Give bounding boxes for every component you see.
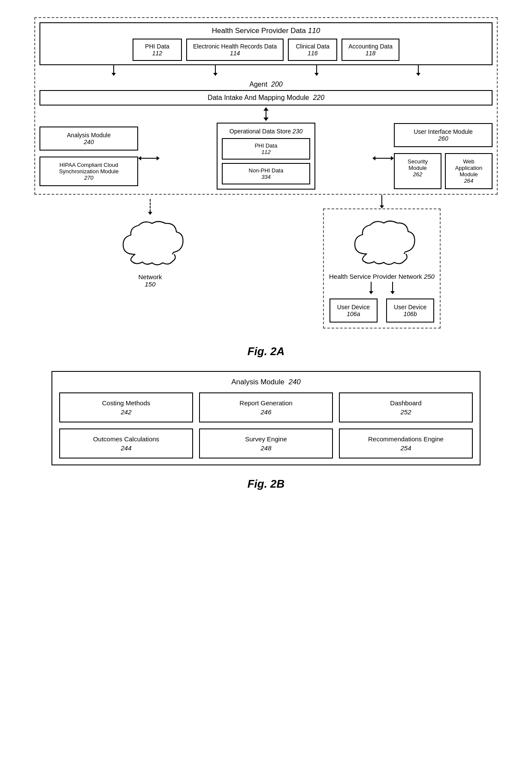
dashboard-num: 252 — [344, 408, 468, 416]
report-generation-cell: Report Generation 246 — [199, 392, 333, 422]
hipaa-label: HIPAA Compliant Cloud Synchronization Mo… — [59, 162, 119, 175]
ods-num: 230 — [293, 128, 302, 135]
arrow-head-down — [380, 205, 384, 208]
hspd-title: Health Service Provider Data 110 — [45, 27, 487, 35]
ehr-data-num: 114 — [230, 50, 240, 57]
ui-module-box: User Interface Module 260 — [394, 123, 493, 147]
device2-label: User Device — [394, 304, 426, 311]
hsp-cloud — [343, 214, 420, 270]
user-device-2: User Device 106b — [386, 299, 434, 323]
fig2b-diagram: Analysis Module 240 Costing Methods 242 … — [51, 371, 481, 465]
ods-nonphi-box: Non-PHI Data 334 — [222, 163, 310, 184]
device1-num: 106a — [347, 311, 360, 317]
left-arrowhead2 — [372, 156, 375, 160]
arrow-to-dev1 — [369, 282, 373, 294]
webapp-label: Web Application Module — [455, 158, 483, 178]
arrow-line-v — [381, 195, 382, 205]
costing-methods-cell: Costing Methods 242 — [59, 392, 193, 422]
arrow1 — [112, 65, 116, 77]
security-webapp-row: Security Module 262 Web Application Modu… — [394, 153, 493, 189]
ods-phi-label: PHI Data — [255, 142, 278, 149]
security-label: Security Module — [408, 158, 428, 171]
arrow4 — [416, 65, 420, 77]
hipaa-network-arrow — [148, 199, 152, 215]
agent-row: Agent 200 — [39, 81, 493, 88]
middle-wrapper: Analysis Module 240 HIPAA Compliant Clou… — [39, 123, 493, 190]
network-text: Network — [138, 273, 162, 280]
network-label: Network 150 — [138, 273, 162, 288]
dashed-arrow-head — [148, 212, 152, 215]
fig2a-diagram: Health Service Provider Data 110 PHI Dat… — [30, 13, 502, 333]
line-to-dev1 — [371, 282, 372, 291]
security-module-box: Security Module 262 — [394, 153, 441, 189]
center-col: Operational Data Store 230 PHI Data 112 … — [160, 123, 372, 190]
dashed-line-down — [150, 199, 151, 212]
arrow2 — [213, 65, 218, 77]
survey-engine-num: 248 — [204, 444, 328, 452]
bi-h-line — [141, 158, 157, 159]
hsp-network-num: 250 — [424, 273, 435, 280]
right-col: User Interface Module 260 Security Modul… — [394, 123, 493, 189]
analysis-module-box: Analysis Module 240 — [39, 127, 138, 151]
intake-block: Data Intake And Mapping Module 220 — [39, 90, 493, 106]
ods-items: PHI Data 112 Non-PHI Data 334 — [222, 138, 310, 184]
hsp-network-text: Health Service Provider Network — [329, 273, 422, 280]
hsp-network-label: Health Service Provider Network 250 — [329, 273, 435, 280]
fig2b-module-label: Analysis Module — [231, 378, 284, 386]
network-cloud — [112, 215, 189, 271]
ehr-data-label: Electronic Health Records Data — [193, 43, 277, 50]
line-to-dev2 — [392, 282, 393, 291]
ods-phi-num: 112 — [261, 149, 271, 155]
outcomes-calc-cell: Outcomes Calculations 244 — [59, 428, 193, 458]
accounting-data-label: Accounting Data — [348, 43, 393, 50]
arrow3 — [314, 65, 319, 77]
webapp-num: 264 — [464, 178, 474, 184]
survey-engine-label: Survey Engine — [204, 435, 328, 443]
accounting-data-box: Accounting Data 118 — [342, 39, 399, 61]
recommendations-engine-cell: Recommendations Engine 254 — [339, 428, 473, 458]
recommendations-engine-label: Recommendations Engine — [344, 435, 468, 443]
hspd-num: 110 — [308, 27, 320, 35]
outcomes-calc-num: 244 — [64, 444, 188, 452]
fig2b-title: Analysis Module 240 — [59, 378, 473, 386]
ui-label: User Interface Module — [414, 128, 473, 135]
bi-h-line2 — [375, 158, 391, 159]
intake-ods-arrows — [39, 106, 493, 122]
clinical-data-box: Clinical Data 116 — [288, 39, 337, 61]
survey-engine-cell: Survey Engine 248 — [199, 428, 333, 458]
agent-num: 200 — [271, 81, 283, 88]
analysis-label: Analysis Module — [67, 132, 111, 139]
fig2b-title-text: Fig. 2B — [248, 477, 285, 490]
ehr-data-box: Electronic Health Records Data 114 — [186, 39, 284, 61]
ods-block: Operational Data Store 230 PHI Data 112 … — [217, 123, 315, 190]
intake-num: 220 — [313, 94, 324, 101]
phi-data-label: PHI Data — [145, 43, 169, 50]
dashboard-label: Dashboard — [344, 399, 468, 407]
agent-label: Agent 200 — [249, 81, 282, 88]
hspd-arrows — [39, 65, 493, 77]
fig2a-label: Fig. 2A — [248, 345, 285, 358]
hipaa-num: 270 — [84, 175, 94, 181]
network-row: Network 150 Health Service Provider Netw… — [34, 195, 498, 329]
clinical-data-label: Clinical Data — [296, 43, 329, 50]
webapp-hsp-arrow — [380, 195, 384, 208]
ods-nonphi-label: Non-PHI Data — [249, 167, 284, 174]
clinical-data-num: 116 — [308, 50, 317, 57]
webapp-module-box: Web Application Module 264 — [445, 153, 493, 189]
top-dashed-section: Health Service Provider Data 110 PHI Dat… — [34, 17, 498, 195]
right-arrowhead2 — [391, 156, 394, 160]
recommendations-engine-num: 254 — [344, 444, 468, 452]
left-arrowhead — [138, 156, 141, 160]
ods-right-arrow — [372, 156, 394, 160]
left-col: Analysis Module 240 HIPAA Compliant Clou… — [39, 127, 138, 186]
device1-label: User Device — [337, 304, 370, 311]
phi-data-num: 112 — [152, 50, 162, 57]
intake-ods-arrow — [263, 107, 269, 121]
user-devices-row: User Device 106a User Device 106b — [329, 299, 435, 323]
cloud-to-devices-arrows — [369, 282, 395, 294]
ods-nonphi-num: 334 — [261, 174, 271, 180]
left-ods-arrow — [138, 156, 160, 160]
hspd-label: Health Service Provider Data — [212, 27, 306, 35]
costing-methods-label: Costing Methods — [64, 399, 188, 407]
hspd-block: Health Service Provider Data 110 PHI Dat… — [39, 22, 493, 65]
